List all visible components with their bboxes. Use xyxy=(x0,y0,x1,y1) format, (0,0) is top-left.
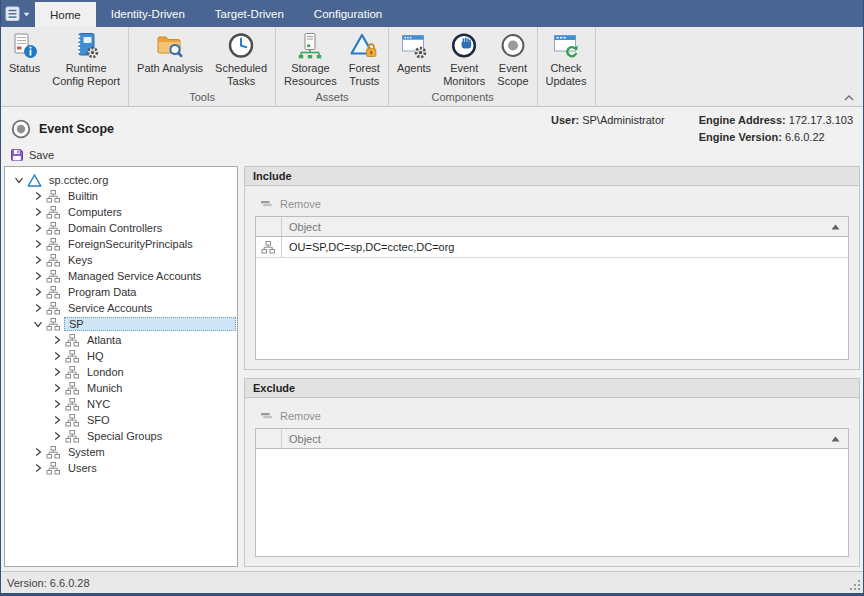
domain-icon xyxy=(27,173,42,188)
chevron-right-icon[interactable] xyxy=(30,239,45,249)
scheduled-tasks-icon xyxy=(226,31,256,61)
storage-resources-button[interactable]: Storage Resources xyxy=(278,30,343,89)
check-updates-button[interactable]: Check Updates xyxy=(540,30,593,89)
tree-item-keys[interactable]: Keys xyxy=(5,252,237,268)
ou-icon xyxy=(65,413,80,428)
scheduled-tasks-button[interactable]: Scheduled Tasks xyxy=(209,30,273,89)
tree-item-label: Users xyxy=(64,461,101,475)
chevron-right-icon[interactable] xyxy=(30,271,45,281)
status-button[interactable]: Status xyxy=(3,30,46,76)
application-window: HomeIdentity-DrivenTarget-DrivenConfigur… xyxy=(0,0,864,596)
runtime-config-report-button[interactable]: Runtime Config Report xyxy=(46,30,126,89)
ou-icon xyxy=(46,237,61,252)
tree-item-builtin[interactable]: Builtin xyxy=(5,188,237,204)
chevron-right-icon[interactable] xyxy=(49,415,64,425)
chevron-right-icon[interactable] xyxy=(30,223,45,233)
agents-button[interactable]: Agents xyxy=(391,30,437,76)
ribbon-button-label: Event Scope xyxy=(497,62,528,88)
chevron-right-icon[interactable] xyxy=(49,335,64,345)
tree-item-label: Domain Controllers xyxy=(64,221,166,235)
chevron-right-icon[interactable] xyxy=(30,303,45,313)
tree-item-label: Builtin xyxy=(64,189,102,203)
tree-item-label: sp.cctec.org xyxy=(45,173,112,187)
include-remove-button[interactable]: Remove xyxy=(245,186,859,216)
remove-icon xyxy=(260,197,273,210)
tree-item-users[interactable]: Users xyxy=(5,460,237,476)
chevron-right-icon[interactable] xyxy=(30,463,45,473)
tree-item-sfo[interactable]: SFO xyxy=(5,412,237,428)
ribbon-group-tools: Path AnalysisScheduled TasksTools xyxy=(129,27,276,106)
page-header: Event Scope User: SP\Administrator Engin… xyxy=(1,107,863,143)
forest-trusts-button[interactable]: Forest Trusts xyxy=(343,30,386,89)
engine-info: User: SP\Administrator Engine Address: 1… xyxy=(551,114,853,143)
ribbon-group: StatusRuntime Config Report xyxy=(1,27,129,106)
tree-item-munich[interactable]: Munich xyxy=(5,380,237,396)
ou-icon xyxy=(46,445,61,460)
chevron-right-icon[interactable] xyxy=(49,431,64,441)
chevron-down-icon[interactable] xyxy=(11,175,26,185)
include-panel: Include Remove Object xyxy=(244,166,860,370)
ribbon-button-label: Event Monitors xyxy=(443,62,485,88)
ribbon-group: Check Updates xyxy=(538,27,596,106)
exclude-remove-button[interactable]: Remove xyxy=(245,398,859,428)
chevron-right-icon[interactable] xyxy=(49,367,64,377)
tree-item-label: SFO xyxy=(83,413,114,427)
tab-identity-driven[interactable]: Identity-Driven xyxy=(96,0,200,27)
forest-trusts-icon xyxy=(349,31,379,61)
chevron-right-icon[interactable] xyxy=(49,351,64,361)
tree-item-sp[interactable]: SP xyxy=(5,316,237,332)
tree-item-foreignsecurityprincipals[interactable]: ForeignSecurityPrincipals xyxy=(5,236,237,252)
tree-item-domain-controllers[interactable]: Domain Controllers xyxy=(5,220,237,236)
application-menu-button[interactable] xyxy=(1,0,35,27)
tree-item-hq[interactable]: HQ xyxy=(5,348,237,364)
path-analysis-icon xyxy=(155,31,185,61)
include-row[interactable]: OU=SP,DC=sp,DC=cctec,DC=org xyxy=(256,237,848,258)
tree-item-label: SP xyxy=(64,317,236,331)
tree-item-label: Service Accounts xyxy=(64,301,156,315)
tree-item-london[interactable]: London xyxy=(5,364,237,380)
check-updates-icon xyxy=(551,31,581,61)
tree-item-managed-service-accounts[interactable]: Managed Service Accounts xyxy=(5,268,237,284)
event-monitors-button[interactable]: Event Monitors xyxy=(437,30,491,89)
tree-item-atlanta[interactable]: Atlanta xyxy=(5,332,237,348)
tree-item-program-data[interactable]: Program Data xyxy=(5,284,237,300)
ribbon-button-label: Path Analysis xyxy=(137,62,203,75)
sort-ascending-icon xyxy=(831,436,840,442)
tab-configuration[interactable]: Configuration xyxy=(299,0,397,27)
tree-item-special-groups[interactable]: Special Groups xyxy=(5,428,237,444)
sort-ascending-icon xyxy=(831,224,840,230)
icon-column-header xyxy=(256,217,282,236)
tree-item-service-accounts[interactable]: Service Accounts xyxy=(5,300,237,316)
chevron-right-icon[interactable] xyxy=(49,399,64,409)
chevron-right-icon[interactable] xyxy=(30,207,45,217)
tree-item-nyc[interactable]: NYC xyxy=(5,396,237,412)
tree-item-sp-cctec-org[interactable]: sp.cctec.org xyxy=(5,172,237,188)
chevron-right-icon[interactable] xyxy=(30,447,45,457)
path-analysis-button[interactable]: Path Analysis xyxy=(131,30,209,76)
tab-target-driven[interactable]: Target-Driven xyxy=(200,0,299,27)
collapse-ribbon-icon[interactable] xyxy=(843,94,855,102)
tab-home[interactable]: Home xyxy=(35,2,96,27)
object-column-header[interactable]: Object xyxy=(282,217,848,236)
tree-item-system[interactable]: System xyxy=(5,444,237,460)
exclude-panel-header: Exclude xyxy=(245,379,859,398)
chevron-right-icon[interactable] xyxy=(49,383,64,393)
ribbon-group-assets: Storage ResourcesForest TrustsAssets xyxy=(276,27,389,106)
main-area: sp.cctec.orgBuiltinComputersDomain Contr… xyxy=(1,166,863,571)
event-scope-title-icon xyxy=(11,119,31,139)
object-dn: OU=SP,DC=sp,DC=cctec,DC=org xyxy=(282,241,454,253)
tree-item-computers[interactable]: Computers xyxy=(5,204,237,220)
ou-icon xyxy=(46,221,61,236)
resize-grip[interactable] xyxy=(849,579,861,591)
chevron-right-icon[interactable] xyxy=(30,255,45,265)
chevron-right-icon[interactable] xyxy=(30,191,45,201)
ribbon-group-components: AgentsEvent MonitorsEvent ScopeComponent… xyxy=(389,27,538,106)
ribbon-group-label: Tools xyxy=(129,90,275,106)
chevron-right-icon[interactable] xyxy=(30,287,45,297)
object-column-header[interactable]: Object xyxy=(282,429,848,448)
event-scope-button[interactable]: Event Scope xyxy=(491,30,534,89)
save-button[interactable]: Save xyxy=(1,143,863,166)
ou-icon xyxy=(65,397,80,412)
ribbon: StatusRuntime Config ReportPath Analysis… xyxy=(1,27,863,107)
chevron-down-icon[interactable] xyxy=(30,319,45,329)
